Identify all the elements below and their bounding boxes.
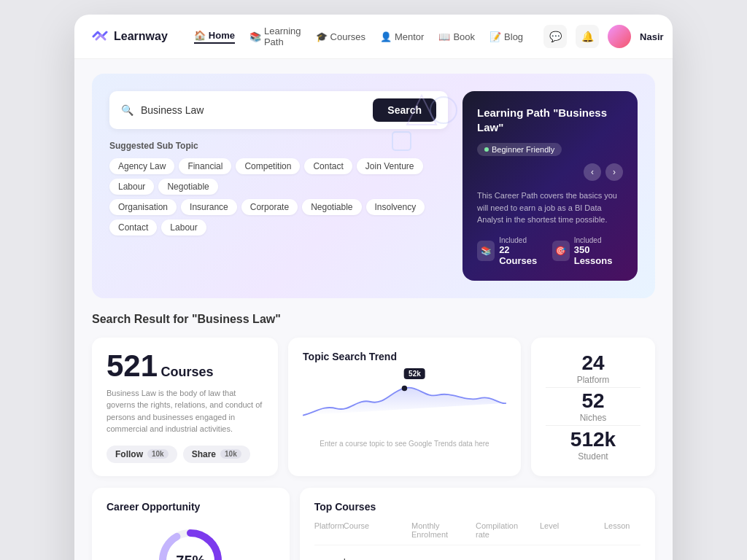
lp-prev-button[interactable]: ‹: [584, 163, 601, 181]
tag-contact-2[interactable]: Contact: [109, 219, 157, 236]
search-section: 🔍 Search Suggested Sub Topic Agency Law …: [92, 74, 655, 298]
action-buttons: Follow 10k Share 10k: [107, 446, 263, 463]
follow-count: 10k: [147, 449, 169, 459]
lp-next-button[interactable]: ›: [605, 163, 623, 181]
platform-stat: 24 Platform: [546, 351, 640, 385]
main-content: 🔍 Search Suggested Sub Topic Agency Law …: [74, 59, 673, 560]
tag-labour-2[interactable]: Labour: [161, 219, 206, 236]
lp-stats: 📚 Included 22 Courses 🎯 Included 350 Les…: [477, 236, 623, 266]
search-icon: 🔍: [121, 104, 133, 116]
learning-path-card: Learning Path "Business Law" Beginner Fr…: [462, 91, 638, 281]
share-button[interactable]: Share 10k: [183, 446, 250, 463]
trend-chart-svg: [303, 373, 506, 431]
home-icon: 🏠: [194, 30, 206, 41]
career-title: Career Opportunity: [107, 501, 275, 513]
top-courses-title: Top Courses: [314, 501, 640, 513]
courses-stat-icon: 📚: [477, 241, 495, 261]
tag-negotiable[interactable]: Negotiable: [158, 179, 217, 195]
tag-insurance[interactable]: Insurance: [181, 199, 237, 215]
tags-row-1: Agency Law Financial Competition Contact…: [109, 158, 448, 195]
beginner-badge: Beginner Friendly: [477, 143, 562, 156]
courses-icon: 🎓: [316, 31, 328, 42]
donut-chart: 75%: [154, 524, 227, 561]
nav-book[interactable]: 📖 Book: [438, 31, 475, 42]
suggested-label: Suggested Sub Topic: [109, 141, 448, 151]
logo: Learnway: [92, 30, 168, 43]
tag-join-venture[interactable]: Join Venture: [357, 158, 423, 174]
results-heading: Search Result for "Business Law": [92, 313, 655, 326]
student-stat: 512k Student: [546, 428, 640, 462]
user-name: Nasir: [640, 31, 664, 42]
donut-label: 75%: [176, 552, 205, 560]
tag-competition[interactable]: Competition: [236, 158, 300, 174]
share-count: 10k: [220, 449, 241, 459]
message-button[interactable]: 💬: [543, 25, 567, 48]
niches-stat: 52 Niches: [546, 389, 640, 423]
lp-description: This Career Path covers the basics you w…: [477, 190, 623, 226]
tag-negotiable-2[interactable]: Negotiable: [302, 199, 361, 215]
badge-dot: [484, 147, 489, 152]
lp-title: Learning Path "Business Law": [477, 106, 623, 134]
stats-grid: 521 Courses Business Law is the body of …: [92, 338, 655, 476]
courses-description: Business Law is the body of law that gov…: [107, 387, 263, 435]
top-courses-card: Top Courses Platform Course Monthly Enro…: [300, 488, 655, 561]
trend-peak-label: 52k: [404, 368, 425, 379]
trend-hint: Enter a course topic to see Google Trend…: [303, 440, 506, 448]
tag-agency-law[interactable]: Agency Law: [109, 158, 174, 174]
follow-button[interactable]: Follow 10k: [107, 446, 177, 463]
trend-card: Topic Search Trend 52k: [288, 338, 521, 476]
trend-chart-container: 52k: [303, 373, 506, 434]
search-input[interactable]: [141, 104, 365, 116]
lp-nav: ‹ ›: [477, 163, 623, 181]
tag-organisation[interactable]: Organisation: [109, 199, 177, 215]
tag-insolvency[interactable]: Insolvency: [366, 199, 425, 215]
svg-point-2: [402, 385, 407, 390]
mentor-icon: 👤: [380, 31, 392, 42]
nav-mentor[interactable]: 👤 Mentor: [380, 31, 424, 42]
lp-lessons-stat: 🎯 Included 350 Lessons: [552, 236, 623, 266]
tag-corporate[interactable]: Corporate: [241, 199, 298, 215]
navbar: Learnway 🏠 Home 📚 Learning Path 🎓 Course…: [74, 15, 673, 59]
career-card: Career Opportunity 75%: [92, 488, 290, 561]
tag-financial[interactable]: Financial: [179, 158, 231, 174]
courses-stat-card: 521 Courses Business Law is the body of …: [92, 338, 278, 476]
nav-links: 🏠 Home 📚 Learning Path 🎓 Courses 👤 Mento…: [194, 26, 523, 47]
lessons-stat-icon: 🎯: [552, 241, 570, 261]
nav-learning-path[interactable]: 📚 Learning Path: [249, 26, 301, 47]
book-icon: 📖: [438, 31, 450, 42]
notification-button[interactable]: 🔔: [576, 25, 599, 48]
table-row: 𝕌 Learn Programming fromscratch 457: [314, 551, 640, 561]
courses-count: 521 Courses: [107, 351, 263, 381]
search-button[interactable]: Search: [373, 98, 436, 122]
tag-contact[interactable]: Contact: [304, 158, 352, 174]
nav-home[interactable]: 🏠 Home: [194, 30, 235, 44]
tag-labour[interactable]: Labour: [109, 179, 154, 195]
table-header: Platform Course Monthly Enrolment Compil…: [314, 521, 640, 545]
blog-icon: 📝: [489, 31, 501, 42]
lp-courses-stat: 📚 Included 22 Courses: [477, 236, 543, 266]
nav-blog[interactable]: 📝 Blog: [489, 31, 523, 42]
nav-courses[interactable]: 🎓 Courses: [316, 31, 365, 42]
right-stats-card: 24 Platform 52 Niches 512k Student: [531, 338, 655, 476]
tags-row-2: Organisation Insurance Corporate Negotia…: [109, 199, 448, 236]
learning-path-icon: 📚: [249, 31, 261, 42]
trend-title: Topic Search Trend: [303, 351, 506, 362]
search-bar: 🔍 Search: [109, 91, 448, 129]
course-name-1: Learn Programming fromscratch: [344, 557, 406, 561]
donut-container: 75%: [107, 524, 275, 561]
nav-right: 💬 🔔 Nasir ▼: [543, 25, 673, 48]
avatar: [608, 25, 631, 48]
bottom-grid: Career Opportunity 75%: [92, 488, 655, 561]
search-left: 🔍 Search Suggested Sub Topic Agency Law …: [109, 91, 448, 281]
app-name: Learnway: [114, 30, 168, 43]
